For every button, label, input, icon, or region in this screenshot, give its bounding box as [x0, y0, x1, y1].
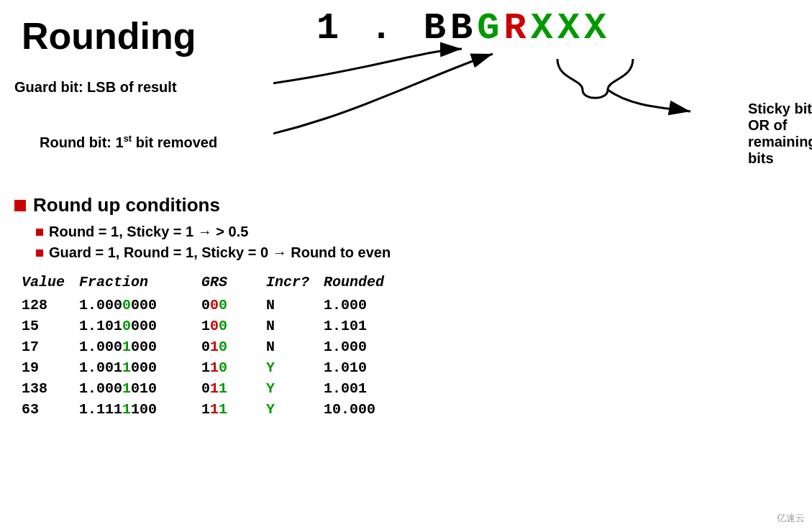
cell-rounded-3: 1.010 — [324, 357, 398, 378]
watermark: 亿速云 — [777, 512, 805, 525]
table-row: 151.1010000100N1.101 — [22, 316, 398, 336]
bullet-list: Round = 1, Sticky = 1 → > 0.5 Guard = 1,… — [36, 224, 791, 261]
cell-rounded-0: 1.000 — [324, 295, 398, 316]
cell-grs-2: 010 — [201, 336, 266, 357]
cell-incr-2: N — [266, 336, 324, 357]
cell-fraction-5: 1.1111100 — [79, 399, 201, 420]
cell-incr-5: Y — [266, 399, 324, 420]
table-row: 631.1111100111Y10.000 — [22, 399, 398, 420]
round-bit-label: Round bit: 1st bit removed — [40, 133, 217, 151]
notation-r: R — [503, 7, 530, 50]
cell-incr-4: Y — [266, 378, 324, 399]
cell-value-0: 128 — [22, 295, 79, 316]
cell-rounded-1: 1.101 — [324, 316, 398, 336]
col-header-rounded: Rounded — [324, 271, 398, 295]
cell-value-4: 138 — [22, 378, 79, 399]
bullet-icon-2 — [36, 249, 43, 257]
table-body: 1281.0000000000N1.000151.1010000100N1.10… — [22, 295, 398, 420]
table-row: 171.0001000010N1.000 — [22, 336, 398, 357]
cell-fraction-3: 1.0011000 — [79, 357, 201, 378]
col-header-grs: GRS — [201, 271, 266, 295]
round-bit-text: Round bit: 1st bit removed — [40, 134, 217, 150]
data-table: Value Fraction GRS Incr? Rounded 1281.00… — [22, 271, 398, 420]
cell-value-3: 19 — [22, 357, 79, 378]
notation-xxx: XXX — [531, 7, 611, 50]
guard-bit-label: Guard bit: LSB of result — [14, 79, 177, 96]
cell-fraction-2: 1.0001000 — [79, 336, 201, 357]
notation-g: G — [477, 7, 503, 50]
bullet-icon-1 — [36, 229, 43, 236]
cell-grs-4: 011 — [201, 378, 266, 399]
cell-fraction-1: 1.1010000 — [79, 316, 201, 336]
cell-rounded-4: 1.001 — [324, 378, 398, 399]
table-row: 1381.0001010011Y1.001 — [22, 378, 398, 399]
bullet-text-2: Guard = 1, Round = 1, Sticky = 0 → Round… — [49, 244, 391, 261]
col-header-value: Value — [22, 271, 79, 295]
table-area: Value Fraction GRS Incr? Rounded 1281.00… — [22, 271, 791, 420]
cell-incr-3: Y — [266, 357, 324, 378]
cell-rounded-5: 10.000 — [324, 399, 398, 420]
col-header-fraction: Fraction — [79, 271, 201, 295]
cell-rounded-2: 1.000 — [324, 336, 398, 357]
cell-grs-1: 100 — [201, 316, 266, 336]
table-row: 1281.0000000000N1.000 — [22, 295, 398, 316]
col-header-incr: Incr? — [266, 271, 324, 295]
cell-value-2: 17 — [22, 336, 79, 357]
cell-value-1: 15 — [22, 316, 79, 336]
conditions-section: Round up conditions Round = 1, Sticky = … — [14, 194, 791, 420]
cell-grs-0: 000 — [201, 295, 266, 316]
cell-grs-3: 110 — [201, 357, 266, 378]
table-row: 191.0011000110Y1.010 — [22, 357, 398, 378]
notation-prefix: 1 . BB — [316, 7, 477, 50]
table-header-row: Value Fraction GRS Incr? Rounded — [22, 271, 398, 295]
cell-grs-5: 111 — [201, 399, 266, 420]
sticky-bit-label: Sticky bit: OR of remaining bits — [748, 101, 812, 167]
bullet-item-2: Guard = 1, Round = 1, Sticky = 0 → Round… — [36, 244, 791, 261]
notation-label: 1 . BBGRXXX — [316, 7, 777, 50]
bullet-text-1: Round = 1, Sticky = 1 → > 0.5 — [49, 224, 248, 240]
cell-incr-0: N — [266, 295, 324, 316]
red-square-icon — [14, 200, 26, 211]
section-header: Round up conditions — [14, 194, 791, 216]
cell-incr-1: N — [266, 316, 324, 336]
section-title: Round up conditions — [33, 194, 220, 216]
notation-area: 1 . BBGRXXX — [273, 7, 777, 50]
page: Rounding 1 . BBGRXXX — [0, 0, 812, 532]
bullet-item-1: Round = 1, Sticky = 1 → > 0.5 — [36, 224, 791, 240]
cell-fraction-4: 1.0001010 — [79, 378, 201, 399]
cell-value-5: 63 — [22, 399, 79, 420]
cell-fraction-0: 1.0000000 — [79, 295, 201, 316]
